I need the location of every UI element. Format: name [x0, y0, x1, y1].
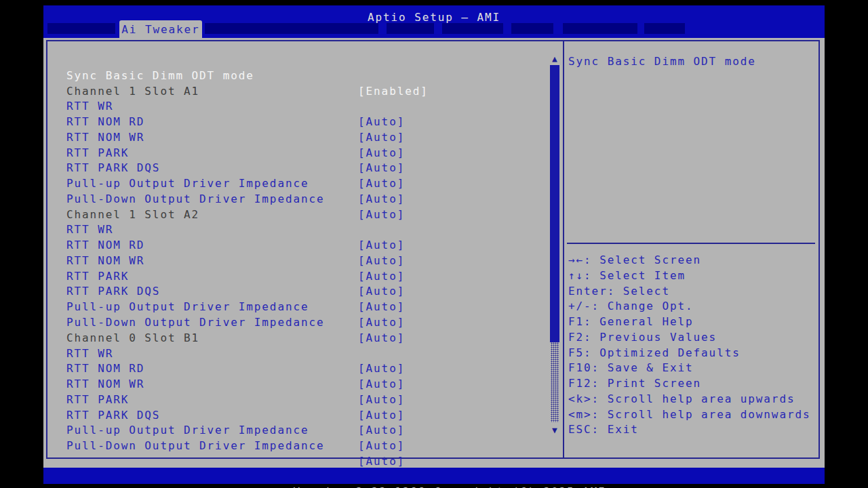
inactive-tab-block[interactable] — [644, 23, 685, 34]
hotkey-label: Select — [623, 285, 670, 298]
inactive-tab-block[interactable] — [387, 23, 434, 34]
setting-row[interactable]: RTT NOM WR [Auto] — [66, 115, 534, 130]
hotkey-key: F5: — [568, 346, 599, 359]
hotkey-key: <k>: — [568, 392, 608, 405]
setting-label: Pull-Down Output Driver Impedance — [66, 439, 325, 454]
hotkey-item: ESC: Exit — [568, 422, 817, 438]
titlebar: Aptio Setup – AMI Ai Tweaker — [43, 5, 825, 38]
hotkey-key: <m>: — [568, 408, 608, 421]
setting-row[interactable]: RTT NOM RD [Auto] — [66, 99, 534, 115]
settings-list: Sync Basic Dimm ODT mode [Enabled] Chann… — [66, 53, 534, 439]
setting-row[interactable]: Sync Basic Dimm ODT mode [Enabled] — [66, 53, 534, 68]
setting-row[interactable]: RTT NOM RD [Auto] — [66, 346, 534, 362]
help-pane: Sync Basic Dimm ODT mode →←: Select Scre… — [564, 41, 818, 458]
inactive-tab-block[interactable] — [442, 23, 503, 34]
setting-row[interactable]: RTT PARK [Auto] — [66, 130, 534, 146]
hotkey-key: F2: — [568, 331, 599, 344]
scroll-down-icon[interactable]: ▼ — [549, 426, 560, 435]
setting-row: Channel 1 Slot A2 — [66, 192, 534, 207]
hotkey-label: Exit — [608, 423, 639, 436]
setting-row[interactable]: RTT PARK [Auto] — [66, 253, 534, 269]
setting-row[interactable]: Pull-up Output Driver Impedance [Auto] — [66, 284, 534, 300]
main-panel: Sync Basic Dimm ODT mode [Enabled] Chann… — [46, 40, 820, 459]
hotkey-key: F1: — [568, 315, 599, 328]
hotkey-key: F12: — [568, 377, 608, 390]
tab-ai-tweaker[interactable]: Ai Tweaker — [119, 20, 202, 38]
setting-row[interactable]: Pull-Down Output Driver Impedance [Auto] — [66, 423, 534, 439]
hotkey-label: Scroll help area downwards — [608, 408, 811, 421]
settings-pane: Sync Basic Dimm ODT mode [Enabled] Chann… — [47, 41, 563, 458]
menu-tab-row: Ai Tweaker — [43, 20, 825, 38]
inactive-tab-block[interactable] — [563, 23, 637, 34]
hotkey-item: <k>: Scroll help area upwards — [568, 392, 817, 407]
setting-row[interactable]: Pull-up Output Driver Impedance [Auto] — [66, 161, 534, 176]
hotkey-label: Previous Values — [599, 331, 717, 344]
hotkey-key: +/-: — [568, 300, 608, 312]
setting-row[interactable]: RTT WR [Auto] — [66, 331, 534, 346]
hotkey-item: <m>: Scroll help area downwards — [568, 407, 817, 423]
setting-row: Channel 0 Slot B1 — [66, 315, 534, 331]
hotkey-item: ↑↓: Select Item — [568, 268, 817, 284]
hotkey-label: Change Opt. — [608, 300, 694, 312]
scrollbar: ▲ ▼ — [549, 54, 560, 435]
hotkey-item: Enter: Select — [568, 284, 817, 300]
setting-value: [Auto] — [358, 439, 405, 454]
setting-row[interactable]: RTT PARK DQS [Auto] — [66, 392, 534, 408]
inactive-tab-block[interactable] — [205, 23, 378, 34]
footer-version-bar: Version 2.22.1299 Copyright (C) 2025 AMI — [43, 468, 825, 484]
hotkey-item: F5: Optimized Defaults — [568, 346, 817, 361]
setting-row[interactable]: Pull-Down Output Driver Impedance [Auto] — [66, 300, 534, 315]
setting-row[interactable]: RTT WR [Auto] — [66, 207, 534, 223]
hotkey-item: F1: General Help — [568, 314, 817, 330]
scroll-up-icon[interactable]: ▲ — [549, 54, 560, 64]
scroll-track[interactable] — [551, 342, 559, 422]
hotkey-label: Select Screen — [599, 253, 701, 266]
bios-setup-screen: Aptio Setup – AMI Ai Tweaker Sync Basic … — [0, 0, 868, 488]
inactive-tab-block[interactable] — [47, 23, 115, 34]
setting-row: Channel 1 Slot A1 — [66, 68, 534, 84]
hotkey-key: ↑↓: — [568, 269, 599, 282]
setting-row[interactable]: RTT NOM WR [Auto] — [66, 238, 534, 253]
setting-row[interactable]: RTT PARK [Auto] — [66, 377, 534, 392]
hotkey-key: ESC: — [568, 423, 608, 436]
hotkey-key: F10: — [568, 361, 608, 374]
hotkey-legend: →←: Select Screen↑↓: Select ItemEnter: S… — [568, 253, 817, 438]
selected-item-help-text: Sync Basic Dimm ODT mode — [568, 55, 756, 68]
hotkey-label: General Help — [599, 315, 693, 328]
bios-body: Sync Basic Dimm ODT mode [Enabled] Chann… — [43, 38, 825, 468]
inactive-tab-block[interactable] — [511, 23, 553, 34]
hotkey-label: Scroll help area upwards — [608, 392, 795, 405]
setting-row[interactable]: RTT PARK DQS [Auto] — [66, 269, 534, 285]
setting-row[interactable]: Pull-Down Output Driver Impedance [Auto] — [66, 176, 534, 192]
version-text: Version 2.22.1299 Copyright (C) 2025 AMI — [293, 485, 606, 488]
setting-row[interactable]: RTT NOM RD [Auto] — [66, 222, 534, 238]
hotkey-label: Select Item — [599, 269, 686, 282]
hotkey-item: F10: Save & Exit — [568, 361, 817, 376]
hotkey-key: →←: — [568, 253, 599, 266]
setting-row[interactable]: RTT WR [Auto] — [66, 84, 534, 100]
hotkey-key: Enter: — [568, 285, 623, 298]
hotkey-item: F2: Previous Values — [568, 330, 817, 346]
hotkey-item: →←: Select Screen — [568, 253, 817, 268]
help-divider — [567, 243, 815, 244]
setting-row[interactable]: RTT PARK DQS [Auto] — [66, 146, 534, 161]
hotkey-label: Save & Exit — [608, 361, 694, 374]
setting-row[interactable]: RTT NOM WR [Auto] — [66, 361, 534, 377]
hotkey-label: Optimized Defaults — [599, 346, 741, 359]
hotkey-label: Print Screen — [608, 377, 701, 390]
setting-row[interactable]: Pull-up Output Driver Impedance [Auto] — [66, 408, 534, 424]
scroll-thumb[interactable] — [550, 65, 559, 342]
hotkey-item: F12: Print Screen — [568, 376, 817, 392]
hotkey-item: +/-: Change Opt. — [568, 299, 817, 314]
